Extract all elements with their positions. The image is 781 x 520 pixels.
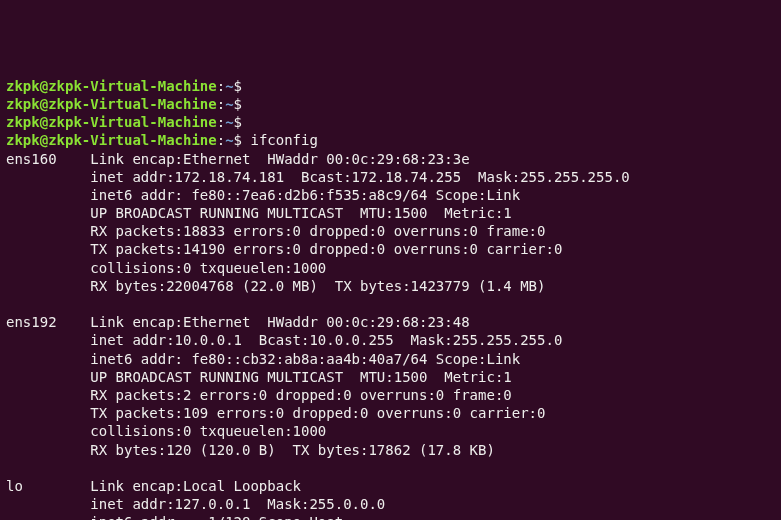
iface-ens160-flags: UP BROADCAST RUNNING MULTICAST MTU:1500 … xyxy=(6,204,775,222)
iface-name: ens192 xyxy=(6,314,57,330)
command-text: ifconfig xyxy=(250,132,317,148)
iface-ens192-tx: TX packets:109 errors:0 dropped:0 overru… xyxy=(6,404,775,422)
iface-ens160-inet6: inet6 addr: fe80::7ea6:d2b6:f535:a8c9/64… xyxy=(6,186,775,204)
prompt-dollar: $ xyxy=(234,114,242,130)
iface-ens192-header: ens192 Link encap:Ethernet HWaddr 00:0c:… xyxy=(6,313,775,331)
prompt-path: ~ xyxy=(225,78,233,94)
iface-ens192-inet: inet addr:10.0.0.1 Bcast:10.0.0.255 Mask… xyxy=(6,331,775,349)
prompt-dollar: $ xyxy=(234,78,242,94)
prompt-dollar: $ xyxy=(234,96,242,112)
iface-name: ens160 xyxy=(6,151,57,167)
prompt-user: zkpk@zkpk-Virtual-Machine xyxy=(6,114,217,130)
iface-ens160-tx: TX packets:14190 errors:0 dropped:0 over… xyxy=(6,240,775,258)
iface-ens160-inet: inet addr:172.18.74.181 Bcast:172.18.74.… xyxy=(6,168,775,186)
prompt-path: ~ xyxy=(225,96,233,112)
iface-name: lo xyxy=(6,478,23,494)
prompt-line: zkpk@zkpk-Virtual-Machine:~$ xyxy=(6,77,775,95)
iface-ens160-header: ens160 Link encap:Ethernet HWaddr 00:0c:… xyxy=(6,150,775,168)
iface-lo-inet: inet addr:127.0.0.1 Mask:255.0.0.0 xyxy=(6,495,775,513)
blank-line xyxy=(6,459,775,477)
iface-ens192-flags: UP BROADCAST RUNNING MULTICAST MTU:1500 … xyxy=(6,368,775,386)
prompt-user: zkpk@zkpk-Virtual-Machine xyxy=(6,96,217,112)
iface-ens192-bytes: RX bytes:120 (120.0 B) TX bytes:17862 (1… xyxy=(6,441,775,459)
prompt-user: zkpk@zkpk-Virtual-Machine xyxy=(6,132,217,148)
iface-ens192-rx: RX packets:2 errors:0 dropped:0 overruns… xyxy=(6,386,775,404)
prompt-line: zkpk@zkpk-Virtual-Machine:~$ xyxy=(6,95,775,113)
prompt-path: ~ xyxy=(225,114,233,130)
prompt-path: ~ xyxy=(225,132,233,148)
prompt-dollar: $ xyxy=(234,132,242,148)
iface-ens192-col: collisions:0 txqueuelen:1000 xyxy=(6,422,775,440)
prompt-user: zkpk@zkpk-Virtual-Machine xyxy=(6,78,217,94)
iface-lo-header: lo Link encap:Local Loopback xyxy=(6,477,775,495)
iface-ens192-inet6: inet6 addr: fe80::cb32:ab8a:aa4b:40a7/64… xyxy=(6,350,775,368)
iface-ens160-col: collisions:0 txqueuelen:1000 xyxy=(6,259,775,277)
prompt-line: zkpk@zkpk-Virtual-Machine:~$ xyxy=(6,113,775,131)
iface-ens160-bytes: RX bytes:22004768 (22.0 MB) TX bytes:142… xyxy=(6,277,775,295)
blank-line xyxy=(6,295,775,313)
prompt-line-command: zkpk@zkpk-Virtual-Machine:~$ ifconfig xyxy=(6,131,775,149)
iface-lo-inet6: inet6 addr: ::1/128 Scope:Host xyxy=(6,513,775,520)
iface-ens160-rx: RX packets:18833 errors:0 dropped:0 over… xyxy=(6,222,775,240)
terminal-output[interactable]: zkpk@zkpk-Virtual-Machine:~$zkpk@zkpk-Vi… xyxy=(6,77,775,520)
